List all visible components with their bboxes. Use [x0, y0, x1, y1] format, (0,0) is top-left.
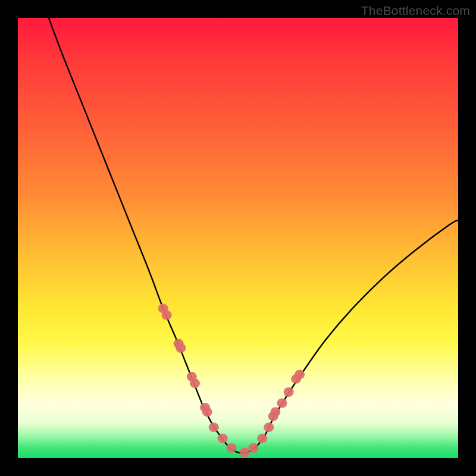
bottleneck-curve [49, 18, 458, 453]
highlight-dot [264, 422, 274, 432]
watermark-text: TheBottleneck.com [361, 4, 470, 18]
highlight-dot [277, 399, 287, 408]
highlight-dot [202, 407, 212, 416]
highlight-dot [295, 369, 305, 379]
curve-svg [18, 18, 458, 458]
highlight-dot [162, 311, 172, 320]
highlight-dot [240, 447, 250, 457]
highlight-dot [257, 434, 267, 443]
highlight-dot [270, 407, 280, 416]
outer-frame: TheBottleneck.com [0, 0, 476, 476]
highlight-dot [190, 378, 200, 388]
highlight-dots-group [158, 303, 305, 457]
highlight-dot [284, 387, 294, 397]
highlight-dot [226, 443, 236, 453]
plot-area [18, 18, 458, 458]
highlight-dot [176, 343, 186, 353]
highlight-dot [218, 434, 228, 443]
highlight-dot [209, 422, 219, 432]
highlight-dot [248, 443, 258, 453]
